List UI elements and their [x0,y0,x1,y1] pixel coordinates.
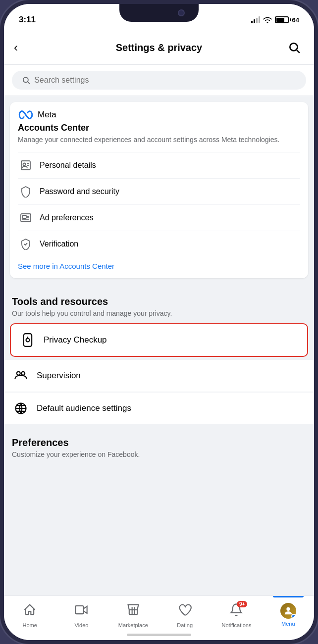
svg-line-1 [297,50,300,53]
svg-rect-9 [22,215,26,218]
battery-indicator: 64 [275,16,299,24]
dating-icon [178,603,192,620]
nav-item-video[interactable]: Video [55,600,107,631]
home-icon [23,603,37,620]
svg-point-2 [23,77,28,82]
svg-point-20 [286,607,290,611]
nav-item-dating[interactable]: Dating [159,600,211,631]
meta-symbol [18,110,34,120]
nav-item-menu[interactable]: Menu [263,600,314,630]
accounts-center-list: Personal details Password and security [18,152,300,257]
avatar-online-indicator [291,614,296,619]
meta-logo: Meta [18,110,300,120]
preferences-section: Preferences Customize your experience on… [4,429,314,458]
meta-brand-name: Meta [38,110,56,120]
menu-avatar [280,603,296,619]
verification-icon [18,236,34,252]
privacy-checkup-item[interactable]: Privacy Checkup [10,323,308,357]
nav-label-marketplace: Marketplace [118,622,148,628]
status-time: 3:11 [19,15,36,25]
notifications-badge: 9+ [237,601,247,607]
default-audience-icon [12,399,30,417]
search-input[interactable] [34,76,296,85]
status-icons: 64 [251,16,299,24]
supervision-icon [12,367,30,385]
svg-rect-19 [76,606,84,614]
accounts-center-desc: Manage your connected experiences and ac… [18,135,300,145]
nav-label-home: Home [22,622,37,628]
nav-label-video: Video [75,622,89,628]
svg-point-5 [23,163,26,165]
privacy-checkup-label: Privacy Checkup [44,335,107,345]
accounts-center-card[interactable]: Meta Accounts Center Manage your connect… [10,102,308,278]
preferences-title: Preferences [12,437,306,448]
section-divider-2 [4,425,314,429]
notifications-icon: 9+ [229,603,243,620]
ad-preferences-label: Ad preferences [40,213,94,222]
page-title: Settings & privacy [116,42,203,53]
page-header: ‹ Settings & privacy [4,31,314,65]
svg-point-14 [26,338,30,342]
password-security-icon [18,184,34,199]
wifi-icon [263,16,272,23]
preferences-desc: Customize your experience on Facebook. [12,450,306,458]
nav-label-dating: Dating [177,622,193,628]
list-item-ad[interactable]: Ad preferences [18,204,300,231]
personal-details-icon [18,157,34,173]
front-camera [178,9,185,16]
default-audience-label: Default audience settings [37,403,131,413]
phone-frame: 3:11 64 [0,0,318,644]
main-content: Meta Accounts Center Manage your connect… [4,96,314,612]
accounts-center-title: Accounts Center [18,123,300,133]
svg-point-16 [17,371,20,375]
list-item-verification[interactable]: Verification [18,231,300,257]
home-indicator [127,634,191,636]
section-divider-1 [4,284,314,288]
password-security-label: Password and security [40,187,119,196]
user-avatar [280,603,296,619]
back-button[interactable]: ‹ [14,41,34,54]
search-button[interactable] [284,38,304,57]
phone-screen: 3:11 64 [4,4,314,640]
nav-label-notifications: Notifications [222,622,252,628]
list-item-personal[interactable]: Personal details [18,152,300,178]
signal-icon [251,16,260,23]
search-bar-icon [22,76,30,85]
nav-item-home[interactable]: Home [4,600,55,631]
marketplace-icon [126,603,140,620]
notch [119,4,199,22]
supervision-label: Supervision [37,371,81,381]
tools-section: Tools and resources Our tools help you c… [4,288,314,317]
see-more-link[interactable]: See more in Accounts Center [18,262,300,270]
ad-preferences-icon [18,210,34,226]
verification-label: Verification [40,240,78,248]
personal-details-label: Personal details [40,161,96,170]
nav-item-marketplace[interactable]: Marketplace [107,600,159,631]
search-bar[interactable] [12,71,306,90]
svg-point-17 [21,371,25,375]
nav-item-notifications[interactable]: 9+ Notifications [211,600,262,631]
tools-section-desc: Our tools help you control and manage yo… [12,309,306,317]
svg-point-0 [290,43,297,50]
tools-section-title: Tools and resources [12,296,306,307]
default-audience-item[interactable]: Default audience settings [4,393,314,424]
video-icon [74,603,88,620]
privacy-checkup-icon [19,331,37,349]
svg-rect-13 [24,334,32,347]
list-item-password[interactable]: Password and security [18,178,300,204]
supervision-item[interactable]: Supervision [4,360,314,392]
svg-line-3 [28,82,30,84]
nav-label-menu: Menu [281,621,295,627]
search-bar-container [4,65,314,96]
